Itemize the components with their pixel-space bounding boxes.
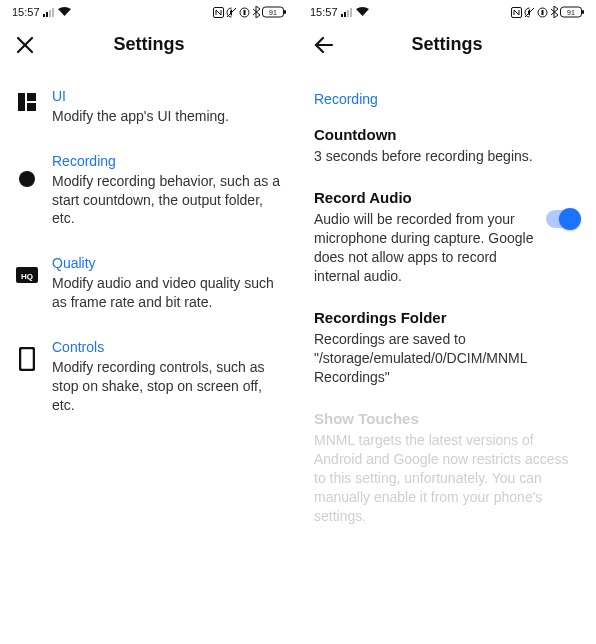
status-time: 15:57 <box>12 6 40 18</box>
record-audio-toggle[interactable] <box>546 210 580 228</box>
item-title: Controls <box>52 338 282 357</box>
record-icon <box>16 168 38 190</box>
dnd-icon <box>239 7 250 18</box>
settings-list: UI Modify the app's UI theming. Recordin… <box>0 65 298 429</box>
recording-settings-list: Recording Countdown 3 seconds before rec… <box>298 65 596 540</box>
bluetooth-icon <box>550 6 558 18</box>
setting-title: Show Touches <box>314 409 580 429</box>
nfc-icon <box>213 7 224 18</box>
svg-rect-21 <box>344 12 346 17</box>
svg-text:HQ: HQ <box>21 272 33 281</box>
battery-icon: 91 <box>560 6 584 18</box>
phone-icon <box>16 348 38 370</box>
settings-item-quality[interactable]: HQ Quality Modify audio and video qualit… <box>16 242 282 326</box>
section-header-recording: Recording <box>314 75 580 117</box>
svg-rect-7 <box>244 10 246 15</box>
status-right: 91 <box>511 6 584 18</box>
svg-rect-29 <box>582 10 584 14</box>
setting-title: Record Audio <box>314 188 538 208</box>
svg-rect-15 <box>27 103 36 111</box>
svg-rect-19 <box>20 348 34 370</box>
svg-point-16 <box>19 171 35 187</box>
svg-rect-22 <box>347 10 349 17</box>
svg-rect-2 <box>49 10 51 17</box>
status-left: 15:57 <box>12 6 71 18</box>
item-desc: Modify audio and video quality such as f… <box>52 274 282 312</box>
list-item-text: Controls Modify recording controls, such… <box>52 338 282 415</box>
setting-record-audio[interactable]: Record Audio Audio will be recorded from… <box>314 180 580 300</box>
setting-title: Recordings Folder <box>314 308 580 328</box>
item-desc: Modify recording behavior, such as a sta… <box>52 172 282 229</box>
toggle-knob <box>559 208 581 230</box>
settings-item-controls[interactable]: Controls Modify recording controls, such… <box>16 326 282 429</box>
svg-rect-27 <box>542 10 544 15</box>
page-title: Settings <box>16 34 282 55</box>
setting-desc: MNML targets the latest versions of Andr… <box>314 431 580 525</box>
svg-rect-14 <box>27 93 36 101</box>
setting-recordings-folder[interactable]: Recordings Folder Recordings are saved t… <box>314 300 580 401</box>
wifi-icon <box>58 7 71 17</box>
list-item-text: Recording Modify recording behavior, suc… <box>52 152 282 229</box>
status-bar: 15:57 91 <box>298 0 596 22</box>
item-title: UI <box>52 87 282 106</box>
list-item-text: UI Modify the app's UI theming. <box>52 87 282 126</box>
bluetooth-icon <box>252 6 260 18</box>
status-time: 15:57 <box>310 6 338 18</box>
header: Settings <box>298 22 596 65</box>
setting-show-touches: Show Touches MNML targets the latest ver… <box>314 401 580 540</box>
mute-icon <box>226 7 237 18</box>
dnd-icon <box>537 7 548 18</box>
status-right: 91 <box>213 6 286 18</box>
svg-rect-20 <box>341 14 343 17</box>
hq-icon: HQ <box>16 264 38 286</box>
svg-rect-13 <box>18 93 25 111</box>
signal-icon <box>341 7 353 17</box>
recording-settings-screen: 15:57 91 Settings Recording Countdown 3 … <box>298 0 596 644</box>
wifi-icon <box>356 7 369 17</box>
status-bar: 15:57 91 <box>0 0 298 22</box>
page-title: Settings <box>314 34 580 55</box>
item-desc: Modify the app's UI theming. <box>52 107 282 126</box>
item-title: Recording <box>52 152 282 171</box>
setting-text: Record Audio Audio will be recorded from… <box>314 188 538 286</box>
item-desc: Modify recording controls, such as stop … <box>52 358 282 415</box>
setting-desc: Audio will be recorded from your microph… <box>314 210 538 286</box>
dashboard-icon <box>16 91 38 113</box>
header: Settings <box>0 22 298 65</box>
svg-text:91: 91 <box>269 9 277 16</box>
list-item-text: Quality Modify audio and video quality s… <box>52 254 282 312</box>
svg-text:91: 91 <box>567 9 575 16</box>
svg-rect-1 <box>46 12 48 17</box>
svg-rect-3 <box>52 8 54 17</box>
signal-icon <box>43 7 55 17</box>
item-title: Quality <box>52 254 282 273</box>
nfc-icon <box>511 7 522 18</box>
setting-countdown[interactable]: Countdown 3 seconds before recording beg… <box>314 117 580 180</box>
svg-rect-9 <box>284 10 286 14</box>
settings-item-recording[interactable]: Recording Modify recording behavior, suc… <box>16 140 282 243</box>
status-left: 15:57 <box>310 6 369 18</box>
setting-desc: 3 seconds before recording begins. <box>314 147 580 166</box>
svg-rect-23 <box>350 8 352 17</box>
battery-icon: 91 <box>262 6 286 18</box>
svg-rect-0 <box>43 14 45 17</box>
settings-main-screen: 15:57 91 Settings UI <box>0 0 298 644</box>
setting-title: Countdown <box>314 125 580 145</box>
settings-item-ui[interactable]: UI Modify the app's UI theming. <box>16 75 282 140</box>
setting-desc: Recordings are saved to "/storage/emulat… <box>314 330 580 387</box>
mute-icon <box>524 7 535 18</box>
